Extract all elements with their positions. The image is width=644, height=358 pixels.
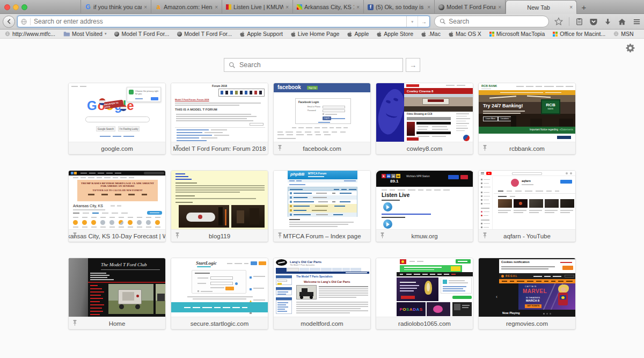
search-input[interactable] [449, 18, 544, 25]
tile-title-bar: modeltford.com [274, 317, 370, 330]
url-input[interactable] [31, 18, 406, 25]
video-thumbnail [529, 199, 543, 208]
tab-close-icon[interactable]: × [286, 4, 289, 10]
bookmark-model-t-ford-forum[interactable]: Model T Ford For... [114, 31, 169, 37]
tile-title-bar: Home [69, 317, 165, 330]
old-car-photo [296, 285, 317, 299]
posadas-text: POSADAS [399, 307, 422, 312]
bookmark-apple[interactable]: Apple [347, 31, 369, 37]
window-close-button[interactable] [4, 4, 10, 10]
newtab-search-go-button[interactable]: → [406, 58, 420, 72]
tile-title-bar: google.com [69, 142, 165, 155]
tile-weather-forecast[interactable]: TRUMP RAISES REVERSE MORTGAGE CLAIM AMOU… [68, 170, 166, 242]
facebook-login-box: Facebook Login Email or Phone Password L… [295, 98, 351, 124]
bookmarks-menu-icon[interactable] [575, 18, 583, 26]
tile-mtfca-index[interactable]: phpBB MTFCA Forum [273, 170, 371, 242]
pin-icon[interactable] [175, 232, 180, 240]
video-thumbnail [514, 199, 528, 208]
tab-new-tab[interactable]: New Tab× [506, 0, 577, 14]
tile-thumbnail-modeltford: Lang's Old Car Parts The Model T Parts S… [274, 258, 370, 317]
tile-google[interactable]: Google REGISTER TO VOTE Choose the priva… [68, 83, 166, 155]
tile-cowley8[interactable]: Cowley Cinema 8 Films Showing at CC8 [376, 83, 473, 155]
go-button[interactable]: → [418, 16, 429, 27]
tab-close-icon[interactable]: × [427, 4, 430, 10]
tile-rcbbank[interactable]: RCB BANK Try 24/7 Banking! Learn More Lo… [478, 83, 576, 155]
bookmark-folder-most-visited[interactable]: Most Visited▾ [63, 31, 107, 37]
downloads-icon[interactable] [604, 18, 612, 26]
tab-kmuw[interactable]: Listen Live | KMUW× [222, 0, 293, 14]
window-minimize-button[interactable] [13, 4, 19, 10]
tile-thumbnail-mtfca-index: phpBB MTFCA Forum [274, 171, 370, 229]
tile-home-model-t-club[interactable]: The Model T Ford Club [68, 258, 166, 330]
back-button[interactable] [3, 16, 15, 28]
tile-startlogic[interactable]: StartLogic [171, 258, 268, 330]
bookmark-apple-support[interactable]: Apple Support [240, 31, 283, 37]
bookmark-live-home-page[interactable]: Live Home Page [291, 31, 340, 37]
bookmark-msn[interactable]: MSN [613, 31, 633, 37]
pin-icon[interactable] [72, 232, 77, 240]
globe-icon [5, 31, 10, 36]
back-arrow-icon [6, 18, 12, 25]
history-dropdown-button[interactable]: ▾ [407, 16, 418, 27]
tile-blog119[interactable]: blog119 [171, 170, 268, 242]
apple-icon [377, 31, 382, 37]
pin-icon[interactable] [175, 144, 180, 152]
tile-youtube[interactable]: aqfarn aqfarn - YouTube [478, 170, 576, 242]
tab-close-icon[interactable]: × [215, 4, 218, 10]
tab-weather[interactable]: Arkansas City, KS 10-Day...× [293, 0, 364, 14]
movie-poster [407, 122, 415, 136]
tile-thumbnail-rcbbank: RCB BANK Try 24/7 Banking! Learn More Lo… [479, 83, 575, 142]
tile-thumbnail-kmuw: k m u w 89.1 Wichita's NPR Station Liste… [376, 171, 473, 229]
tab-facebook[interactable]: f(5) Ok, so today is day 1 o...× [364, 0, 435, 14]
newtab-search-box [224, 58, 403, 72]
ad-banner: TRUMP RAISES REVERSE MORTGAGE CLAIM AMOU… [77, 180, 158, 201]
now-playing-heading: Now Playing [502, 312, 520, 315]
bookmark-mtfc-url[interactable]: http://www.mtfc... [5, 31, 55, 37]
bookmark-microsoft-mactopia[interactable]: Microsoft MacTopia [489, 31, 545, 37]
pin-icon[interactable] [277, 144, 282, 152]
newtab-search-input[interactable] [239, 61, 398, 69]
forecast-icons-row [72, 217, 164, 229]
tile-modeltford[interactable]: Lang's Old Car Parts The Model T Parts S… [273, 258, 371, 330]
bookmark-model-t-ford-forum-2[interactable]: Model T Ford For... [177, 31, 232, 37]
cookies-banner: Cookies notification [499, 259, 575, 273]
home-icon[interactable] [618, 18, 626, 26]
pin-icon[interactable] [482, 144, 487, 152]
pin-icon[interactable] [482, 232, 487, 240]
tile-title-bar: MTFCA Forum – Index page [274, 229, 370, 242]
new-tab-page: → Google REGISTER TO VOTE Choose the pri… [0, 39, 644, 357]
pocket-icon[interactable] [589, 18, 598, 26]
tile-facebook[interactable]: facebook Sign Up Facebook Login Email or… [273, 83, 371, 155]
bookmark-apple-store[interactable]: Apple Store [377, 31, 413, 37]
mtfca-icon [177, 32, 182, 36]
tab-amazon[interactable]: aAmazon.com: Henry Ford ...× [151, 0, 222, 14]
tab-close-icon[interactable]: × [498, 4, 501, 10]
mtfca-icon [114, 32, 119, 36]
newtab-settings-gear-icon[interactable] [625, 43, 635, 55]
new-tab-button[interactable]: + [577, 0, 591, 14]
tile-mtfca-forum-2018[interactable]: Forum 2018 Model T Ford Forum: Forum 201… [171, 83, 268, 155]
pin-icon[interactable] [72, 319, 77, 327]
tile-title-bar: blog119 [171, 229, 268, 242]
bookmark-star-icon[interactable] [554, 17, 563, 26]
tile-kmuw[interactable]: k m u w 89.1 Wichita's NPR Station Liste… [376, 170, 473, 242]
tab-close-icon[interactable]: × [356, 4, 360, 10]
learn-more-button: Learn More [483, 116, 498, 121]
tab-close-icon[interactable]: × [569, 4, 573, 10]
bookmark-office-for-macintosh[interactable]: Office for Macint... [553, 31, 605, 37]
club-logo: The Model T Ford Club [101, 262, 147, 267]
tab-mtfca-forum[interactable]: Model T Ford Forum: Whe...× [435, 0, 506, 14]
menu-hamburger-icon[interactable] [632, 18, 641, 26]
pin-icon[interactable] [380, 232, 385, 240]
tab-close-icon[interactable]: × [144, 4, 147, 10]
tab-google-search[interactable]: Gif you think you can or thi...× [80, 0, 151, 14]
window-zoom-button[interactable] [21, 4, 27, 10]
tile-regal[interactable]: Cookies notification REGAL [478, 258, 576, 330]
bookmark-dot-mac[interactable]: .Mac [421, 31, 441, 37]
tile-radiolobo[interactable]: POSADAS radiolobo1065.com [376, 258, 473, 330]
mtfca-favicon [438, 4, 444, 10]
bookmark-mac-os-x[interactable]: Mac OS X [449, 31, 481, 37]
pin-icon[interactable] [277, 232, 282, 240]
youtube-sidebar [479, 177, 493, 229]
tab-strip: Gif you think you can or thi...× aAmazon… [80, 0, 591, 14]
